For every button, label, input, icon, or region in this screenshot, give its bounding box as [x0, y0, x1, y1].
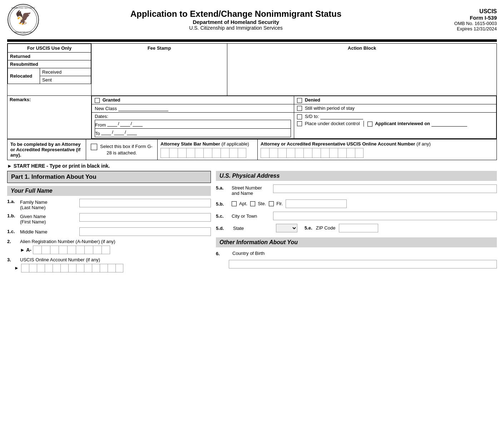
field-1c-label: Middle Name — [20, 228, 77, 235]
atty-bar-box-7[interactable] — [212, 148, 221, 158]
to-month[interactable] — [101, 129, 111, 135]
remarks-row: Remarks: Granted Denied — [8, 96, 497, 139]
uscis-label: USCIS — [433, 8, 497, 15]
atty-bar-box-3[interactable] — [178, 148, 186, 158]
uscis-acct-box-8[interactable] — [76, 264, 84, 272]
atty-bar-input-area — [160, 148, 255, 158]
atty-bar-box-1[interactable] — [160, 148, 169, 158]
field-6-row: 6. Country of Birth — [216, 250, 497, 268]
atty-bar-box-9[interactable] — [229, 148, 238, 158]
a-box-6[interactable] — [76, 246, 84, 254]
a-box-7[interactable] — [84, 246, 93, 254]
to-day[interactable] — [114, 129, 124, 135]
uscis-acct-box-2[interactable] — [29, 264, 37, 272]
place-docket-checkbox[interactable] — [297, 121, 302, 126]
flr-checkbox[interactable] — [269, 201, 274, 206]
atty-acct-box-7[interactable] — [312, 148, 321, 158]
atty-acct-box-6[interactable] — [303, 148, 312, 158]
dates-cell: Dates: From / / — [92, 112, 294, 138]
a-number-boxes — [33, 246, 110, 254]
sd-to-checkbox[interactable] — [297, 114, 302, 119]
svg-text:HOMELAND SECURITY: HOMELAND SECURITY — [11, 7, 35, 9]
fee-stamp-cell: Fee Stamp — [92, 44, 227, 96]
from-day[interactable] — [120, 121, 130, 127]
a-box-2[interactable] — [41, 246, 50, 254]
field-3-arrow: ► — [14, 265, 19, 271]
attorney-label-cell: To be completed by an Attorney or Accred… — [8, 139, 86, 160]
uscis-acct-box-11[interactable] — [100, 264, 108, 272]
sd-to-input[interactable] — [320, 114, 363, 119]
g28-checkbox[interactable] — [91, 144, 97, 150]
uscis-acct-box-9[interactable] — [84, 264, 92, 272]
atty-acct-box-9[interactable] — [329, 148, 338, 158]
atty-bar-box-8[interactable] — [221, 148, 229, 158]
field-5a-input[interactable] — [273, 184, 497, 193]
applicant-interviewed-checkbox[interactable] — [367, 122, 372, 127]
ste-checkbox[interactable] — [250, 201, 255, 206]
atty-acct-box-4[interactable] — [286, 148, 295, 158]
atty-acct-box-8[interactable] — [321, 148, 329, 158]
to-row: To / / — [95, 128, 291, 137]
atty-bar-cell: Attorney State Bar Number (if applicable… — [158, 139, 258, 160]
uscis-rows-table: For USCIS Use Only Returned Resubmitted … — [8, 44, 91, 84]
granted-checkbox[interactable] — [95, 98, 100, 103]
uscis-acct-box-4[interactable] — [45, 264, 53, 272]
uscis-acct-box-1[interactable] — [21, 264, 29, 272]
atty-acct-box-2[interactable] — [269, 148, 278, 158]
a-box-8[interactable] — [93, 246, 102, 254]
field-1c-input[interactable] — [79, 227, 211, 236]
from-year[interactable] — [133, 121, 143, 127]
returned-label: Returned — [8, 53, 91, 60]
apt-ste-flr-input[interactable] — [286, 199, 347, 208]
field-1a-label: Family Name (Last Name) — [20, 199, 77, 210]
a-box-9[interactable] — [102, 246, 110, 254]
a-box-3[interactable] — [50, 246, 59, 254]
uscis-acct-box-5[interactable] — [53, 264, 60, 272]
to-year[interactable] — [127, 129, 137, 135]
atty-acct-box-5[interactable] — [295, 148, 303, 158]
atty-acct-box-3[interactable] — [278, 148, 286, 158]
atty-bar-box-6[interactable] — [203, 148, 212, 158]
new-class-input[interactable] — [118, 105, 168, 111]
from-month[interactable] — [107, 121, 117, 127]
applicant-interviewed-input[interactable] — [431, 121, 467, 127]
atty-acct-input-area — [261, 148, 494, 158]
uscis-acct-box-12[interactable] — [108, 264, 115, 272]
field-5b-num: 5.b. — [216, 201, 229, 207]
field-6-input[interactable] — [229, 260, 497, 268]
field-5c-input[interactable] — [273, 212, 497, 220]
state-select[interactable]: ALAKAZAR CACOCTDE FLGAHIID ILINIAKS KYLA… — [276, 224, 297, 232]
denied-checkbox[interactable] — [297, 98, 302, 103]
a-box-4[interactable] — [59, 246, 67, 254]
still-within-checkbox[interactable] — [297, 106, 302, 111]
uscis-acct-box-13[interactable] — [115, 264, 123, 272]
field-5e-input[interactable] — [339, 224, 378, 232]
atty-acct-box-11[interactable] — [346, 148, 355, 158]
other-info-header: Other Information About You — [216, 237, 497, 247]
atty-bar-box-2[interactable] — [169, 148, 178, 158]
from-row: From / / — [95, 120, 291, 128]
field-1b-row: 1.b. Given Name (First Name) — [7, 213, 211, 225]
field-1a-input[interactable] — [79, 199, 211, 207]
uscis-acct-box-6[interactable] — [60, 264, 68, 272]
atty-acct-box-12[interactable] — [355, 148, 364, 158]
apt-ste-flr-row: Apt. Ste. Flr. — [232, 199, 347, 208]
attorney-section-table: To be completed by an Attorney or Accred… — [7, 139, 497, 160]
atty-acct-box-10[interactable] — [338, 148, 346, 158]
field-5a-row: 5.a. Street Number and Name — [216, 184, 497, 196]
a-box-1[interactable] — [33, 246, 41, 254]
field-5b-row: 5.b. Apt. Ste. Flr. — [216, 199, 497, 208]
atty-bar-box-4[interactable] — [186, 148, 195, 158]
full-name-title: Your Full Name — [7, 186, 211, 196]
a-box-5[interactable] — [67, 246, 76, 254]
uscis-acct-box-3[interactable] — [37, 264, 45, 272]
atty-bar-box-5[interactable] — [195, 148, 203, 158]
sd-place-docket-cell: S/D to: Place under docket control — [294, 112, 496, 138]
uscis-acct-box-7[interactable] — [68, 264, 76, 272]
header-center: Application to Extend/Change Nonimmigran… — [39, 9, 433, 31]
atty-acct-box-1[interactable] — [261, 148, 269, 158]
field-1b-input[interactable] — [79, 213, 211, 222]
atty-bar-box-10[interactable] — [238, 148, 246, 158]
apt-checkbox[interactable] — [232, 201, 237, 206]
uscis-acct-box-10[interactable] — [92, 264, 100, 272]
